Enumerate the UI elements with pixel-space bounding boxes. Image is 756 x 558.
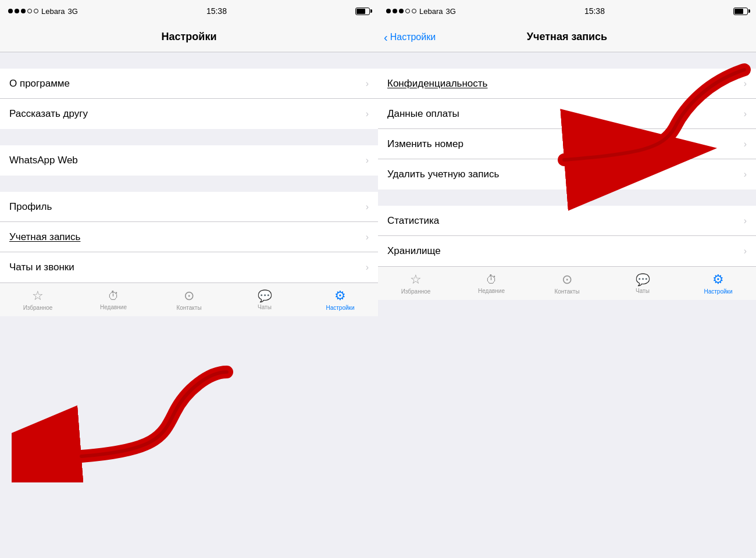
chevron-delete-account: › — [744, 169, 747, 180]
right-carrier-info: Lebara 3G — [386, 7, 456, 16]
sep-3 — [0, 176, 378, 192]
menu-item-chats[interactable]: Чаты и звонки › — [0, 252, 378, 282]
menu-item-privacy-label: Конфиденциальность — [387, 78, 487, 90]
menu-item-about-label: О программе — [9, 78, 70, 90]
right-settings-icon: ⚙ — [712, 272, 724, 287]
menu-item-storage-label: Хранилище — [387, 245, 441, 257]
tab-settings[interactable]: ⚙ Настройки — [302, 288, 378, 311]
right-tab-contacts[interactable]: ⊙ Контакты — [529, 272, 605, 295]
left-carrier-info: Lebara 3G — [8, 7, 78, 16]
battery-fill — [356, 9, 365, 14]
signal-dot-5 — [34, 9, 38, 13]
chats-icon: 💬 — [258, 289, 272, 303]
menu-item-statistics-label: Статистика — [387, 215, 439, 227]
signal-dot-3 — [21, 9, 26, 13]
signal-dots — [8, 9, 38, 13]
tab-recents-label: Недавние — [100, 304, 127, 310]
chevron-privacy: › — [744, 78, 747, 89]
tab-recents[interactable]: ⏱ Недавние — [76, 289, 151, 310]
right-battery-icon — [733, 8, 748, 15]
right-content: Конфиденциальность › Данные оплаты › Изм… — [378, 52, 756, 266]
right-signal-dot-5 — [412, 9, 416, 13]
back-label: Настройки — [390, 32, 436, 42]
left-phone-screen: Lebara 3G 15:38 Настройки О программе › … — [0, 0, 378, 558]
left-nav-bar: Настройки — [0, 22, 378, 52]
menu-item-payment-label: Данные оплаты — [387, 108, 459, 120]
right-favorites-icon: ☆ — [410, 272, 422, 287]
left-status-bar: Lebara 3G 15:38 — [0, 0, 378, 22]
right-battery-fill — [734, 9, 743, 14]
chevron-storage: › — [744, 246, 747, 256]
left-time: 15:38 — [206, 6, 227, 16]
red-arrow-left — [12, 355, 244, 482]
right-network-type: 3G — [445, 7, 455, 16]
tab-contacts-label: Контакты — [176, 305, 201, 311]
right-signal-dot-2 — [393, 9, 397, 13]
menu-item-privacy[interactable]: Конфиденциальность › — [378, 69, 756, 99]
right-tab-recents-label: Недавние — [478, 288, 505, 294]
right-tab-contacts-label: Контакты — [554, 288, 579, 295]
menu-item-statistics[interactable]: Статистика › — [378, 206, 756, 236]
menu-item-delete-account-label: Удалить учетную запись — [387, 169, 499, 180]
battery-icon — [355, 8, 370, 15]
chevron-payment: › — [744, 109, 747, 119]
menu-item-storage[interactable]: Хранилище › — [378, 236, 756, 266]
contacts-icon: ⊙ — [184, 288, 194, 303]
right-tab-recents[interactable]: ⏱ Недавние — [454, 273, 529, 294]
right-time: 15:38 — [584, 6, 605, 16]
menu-item-chats-label: Чаты и звонки — [9, 262, 74, 273]
menu-item-change-number[interactable]: Изменить номер › — [378, 129, 756, 159]
settings-icon: ⚙ — [334, 288, 346, 303]
menu-item-account[interactable]: Учетная запись › — [0, 222, 378, 252]
menu-item-payment[interactable]: Данные оплаты › — [378, 99, 756, 129]
menu-item-tell-friend-label: Рассказать другу — [9, 108, 88, 120]
tab-contacts[interactable]: ⊙ Контакты — [151, 288, 227, 311]
back-chevron-icon: ‹ — [384, 31, 388, 43]
right-battery — [733, 8, 748, 15]
menu-item-whatsapp-web[interactable]: WhatsApp Web › — [0, 145, 378, 176]
chevron-chats: › — [366, 262, 369, 273]
tab-favorites-label: Избранное — [23, 305, 53, 311]
menu-item-profile[interactable]: Профиль › — [0, 192, 378, 222]
recents-icon: ⏱ — [108, 289, 119, 303]
signal-dot-1 — [8, 9, 13, 13]
right-contacts-icon: ⊙ — [562, 272, 572, 287]
right-tab-favorites[interactable]: ☆ Избранное — [378, 272, 454, 295]
right-tab-favorites-label: Избранное — [401, 288, 431, 295]
right-tab-chats-label: Чаты — [636, 288, 650, 294]
menu-item-delete-account[interactable]: Удалить учетную запись › — [378, 159, 756, 189]
back-button[interactable]: ‹ Настройки — [384, 31, 436, 43]
right-section-1: Конфиденциальность › Данные оплаты › Изм… — [378, 69, 756, 189]
menu-item-account-label: Учетная запись — [9, 231, 80, 243]
right-tab-settings-label: Настройки — [704, 288, 732, 295]
right-signal-dot-4 — [405, 9, 410, 13]
carrier-name: Lebara — [41, 7, 65, 16]
favorites-icon: ☆ — [32, 288, 44, 303]
sep-top-1 — [0, 52, 378, 69]
tab-chats[interactable]: 💬 Чаты — [227, 289, 302, 310]
signal-dot-4 — [27, 9, 32, 13]
right-nav-bar: ‹ Настройки Учетная запись — [378, 22, 756, 52]
chevron-whatsapp-web: › — [366, 155, 369, 166]
section-3: Профиль › Учетная запись › Чаты и звонки… — [0, 192, 378, 282]
menu-item-about[interactable]: О программе › — [0, 69, 378, 99]
sep-2 — [0, 129, 378, 145]
right-tab-chats[interactable]: 💬 Чаты — [605, 273, 680, 294]
right-signal-dot-1 — [386, 9, 391, 13]
chevron-tell-friend: › — [366, 109, 369, 119]
right-chats-icon: 💬 — [636, 273, 650, 287]
network-type: 3G — [67, 7, 77, 16]
tab-favorites[interactable]: ☆ Избранное — [0, 288, 76, 311]
tab-settings-label: Настройки — [326, 305, 354, 311]
menu-item-tell-friend[interactable]: Рассказать другу › — [0, 99, 378, 129]
chevron-about: › — [366, 78, 369, 89]
right-nav-title: Учетная запись — [527, 31, 607, 43]
right-signal-dot-3 — [399, 9, 404, 13]
right-tab-settings[interactable]: ⚙ Настройки — [680, 272, 756, 295]
left-battery — [355, 8, 370, 15]
chevron-change-number: › — [744, 139, 747, 149]
right-sep-2 — [378, 189, 756, 206]
left-nav-title: Настройки — [162, 31, 217, 43]
right-sep-top-1 — [378, 52, 756, 69]
right-section-2: Статистика › Хранилище › — [378, 206, 756, 266]
